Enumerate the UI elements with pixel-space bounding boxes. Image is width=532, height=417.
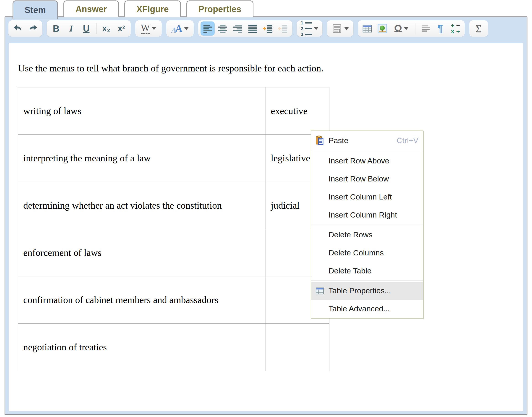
editor-frame: B I U x₂ x² W A A [5,16,527,415]
paragraph-lines-icon [420,23,430,34]
menu-item-delete-table[interactable]: Delete Table [311,262,423,280]
font-style-icon: A A [171,23,183,34]
indent-button[interactable] [261,21,275,36]
question-text[interactable]: Use the menus to tell what branch of gov… [18,63,514,74]
superscript-button[interactable]: x² [114,21,128,36]
align-justify-button[interactable] [246,21,260,36]
outdent-icon [278,23,288,34]
math-operations-button[interactable]: + − x ÷ [448,21,462,36]
italic-button[interactable]: I [64,21,78,36]
toolbar-group-history [9,20,42,37]
insert-table-button[interactable] [360,21,374,36]
menu-item-delete-rows[interactable]: Delete Rows [311,226,423,244]
tab-stem-label: Stem [25,5,46,15]
table-cell[interactable]: determining whether an act violates the … [18,182,266,229]
tab-answer[interactable]: Answer [63,0,119,17]
align-center-button[interactable] [215,21,230,36]
table-icon [362,23,373,34]
outdent-button[interactable] [276,21,290,36]
table-properties-icon [311,286,328,296]
chevron-down-icon [344,27,349,30]
align-left-button[interactable] [201,21,215,36]
toolbar-group-format: B I U x₂ x² [47,20,131,37]
equation-button[interactable]: Σ [471,21,486,36]
tab-properties[interactable]: Properties [186,0,254,17]
numbered-list-dropdown-button[interactable]: 1 2 3 [299,21,320,36]
pilcrow-icon: ¶ [438,23,443,34]
table-cell[interactable]: executive [266,87,329,135]
bold-icon: B [53,24,60,33]
toolbar-group-fontstyle: A A [166,20,194,37]
tab-properties-label: Properties [198,4,241,14]
align-left-icon [202,23,213,34]
table-cell[interactable]: interpreting the meaning of a law [18,135,266,182]
paste-icon [311,135,328,146]
tab-xfigure[interactable]: XFigure [124,0,181,17]
menu-item-label: Insert Column Left [328,192,418,201]
menu-item-label: Delete Rows [328,230,418,239]
table-cell[interactable]: enforcement of laws [18,229,266,276]
menu-separator [311,281,423,281]
redo-button[interactable] [26,21,40,36]
menu-item-label: Insert Row Above [328,156,418,165]
align-right-button[interactable] [231,21,245,36]
image-icon [377,23,388,34]
undo-button[interactable] [11,21,25,36]
chevron-down-icon [314,27,318,30]
table-context-menu: Paste Ctrl+V Insert Row Above Insert Row… [311,131,423,318]
menu-item-label: Delete Table [328,266,418,275]
menu-item-paste[interactable]: Paste Ctrl+V [311,131,423,150]
menu-item-table-properties[interactable]: Table Properties... [311,282,423,300]
toolbar-group-list: 1 2 3 [297,20,322,37]
omega-icon: Ω [394,23,402,34]
content-table: writing of laws executive interpreting t… [18,87,329,371]
sigma-icon: Σ [475,22,482,35]
toolbar-divider [415,23,415,34]
table-row: writing of laws executive [18,87,329,135]
toolbar: B I U x₂ x² W A A [9,20,523,37]
menu-item-label: Table Properties... [328,286,418,295]
table-row: enforcement of laws [18,229,329,276]
math-operations-icon: + − x ÷ [450,23,461,34]
table-cell[interactable] [266,324,329,371]
menu-item-table-advanced[interactable]: Table Advanced... [311,300,423,318]
menu-item-label: Table Advanced... [328,304,418,313]
menu-item-insert-column-right[interactable]: Insert Column Right [311,206,423,224]
menu-item-label: Insert Column Right [328,210,418,219]
undo-icon [12,23,23,34]
subscript-button[interactable]: x₂ [99,21,113,36]
table-row: negotiation of treaties [18,324,329,371]
form-field-icon [331,23,342,34]
blockquote-button[interactable] [418,21,432,36]
align-right-icon [233,23,243,34]
menu-item-label: Paste [328,136,397,145]
menu-item-insert-row-above[interactable]: Insert Row Above [311,152,423,170]
underline-button[interactable]: U [79,21,93,36]
subscript-icon: x₂ [102,24,110,33]
chevron-down-icon [184,27,189,30]
template-dropdown-button[interactable] [329,21,351,36]
spellcheck-dropdown-button[interactable]: W [138,21,159,36]
pilcrow-button[interactable]: ¶ [433,21,447,36]
menu-item-insert-row-below[interactable]: Insert Row Below [311,170,423,188]
toolbar-divider [96,23,96,34]
table-cell[interactable]: writing of laws [18,87,266,135]
table-cell[interactable]: confirmation of cabinet members and amba… [18,276,266,324]
bold-button[interactable]: B [49,21,63,36]
table-row: confirmation of cabinet members and amba… [18,276,329,324]
redo-icon [28,23,38,34]
spellcheck-icon: W [141,23,150,34]
insert-image-button[interactable] [375,21,389,36]
special-char-dropdown-button[interactable]: Ω [390,21,412,36]
menu-item-label: Insert Row Below [328,174,418,183]
chevron-down-icon [152,27,156,30]
table-cell[interactable]: negotiation of treaties [18,324,266,371]
font-style-dropdown-button[interactable]: A A [169,21,191,36]
table-row: determining whether an act violates the … [18,182,329,229]
tab-bar: Stem Answer XFigure Properties [12,0,254,19]
menu-item-insert-column-left[interactable]: Insert Column Left [311,188,423,206]
menu-item-delete-columns[interactable]: Delete Columns [311,244,423,262]
tab-stem[interactable]: Stem [12,0,58,19]
document-body: Use the menus to tell what branch of gov… [9,43,523,371]
editor-canvas[interactable]: Use the menus to tell what branch of gov… [9,43,523,411]
